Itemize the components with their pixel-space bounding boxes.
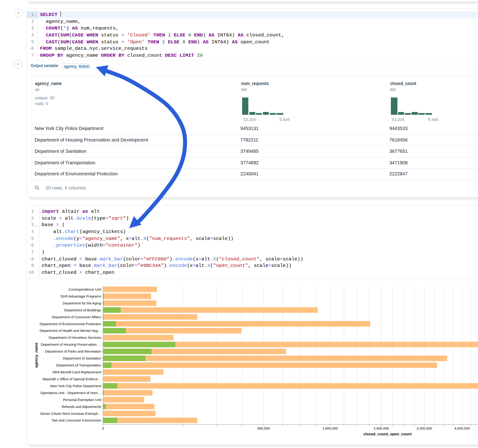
svg-text:Refunds and Adjustments: Refunds and Adjustments: [62, 404, 101, 408]
svg-text:Personal Exemption Unit: Personal Exemption Unit: [63, 398, 101, 401]
svg-text:closed_count, open_count: closed_count, open_count: [363, 432, 412, 436]
svg-text:HRA Benefit Card Replacement: HRA Benefit Card Replacement: [52, 370, 101, 374]
svg-text:Mayorâ€ s Office of Special En: Mayorâ€ s Office of Special Enforce…: [42, 377, 101, 381]
svg-text:Department of Health and Menta: Department of Health and Mental Hyg…: [39, 329, 101, 333]
svg-text:3,200,000: 3,200,000: [416, 426, 432, 430]
svg-text:0: 0: [102, 426, 104, 430]
svg-text:Department of Parks and Recrea: Department of Parks and Recreation: [45, 349, 101, 353]
svg-text:agency_name: agency_name: [34, 342, 38, 367]
svg-text:4,000,000: 4,000,000: [454, 426, 470, 430]
svg-text:Department for the Aging: Department for the Aging: [63, 301, 101, 305]
svg-text:Department of Environmental Pr: Department of Environmental Protection: [39, 322, 101, 326]
svg-text:Department of Sanitation: Department of Sanitation: [63, 356, 101, 360]
svg-text:Department of Buildings: Department of Buildings: [64, 308, 101, 312]
svg-text:Department of Transportation: Department of Transportation: [56, 363, 101, 367]
svg-text:Correspondence Unit: Correspondence Unit: [68, 287, 101, 291]
svg-text:DHS Advantage Programs: DHS Advantage Programs: [60, 294, 101, 298]
svg-text:Taxi and Limousine Commission: Taxi and Limousine Commission: [51, 418, 101, 422]
svg-text:Operations Unit - Department o: Operations Unit - Department of Hom…: [40, 391, 101, 395]
svg-text:Department of Homeless Service: Department of Homeless Services: [49, 336, 101, 339]
svg-text:800,000: 800,000: [257, 426, 270, 430]
svg-text:Department of Consumer Affairs: Department of Consumer Affairs: [52, 315, 101, 319]
svg-text:New York City Police Departmen: New York City Police Department: [50, 384, 101, 388]
svg-text:Department of Housing Preserva: Department of Housing Preservation …: [41, 342, 101, 346]
svg-text:Senior Citizen Rent Increase E: Senior Citizen Rent Increase Exempti…: [40, 411, 101, 415]
svg-text:1,600,000: 1,600,000: [322, 426, 338, 430]
svg-text:2,400,000: 2,400,000: [373, 426, 389, 430]
